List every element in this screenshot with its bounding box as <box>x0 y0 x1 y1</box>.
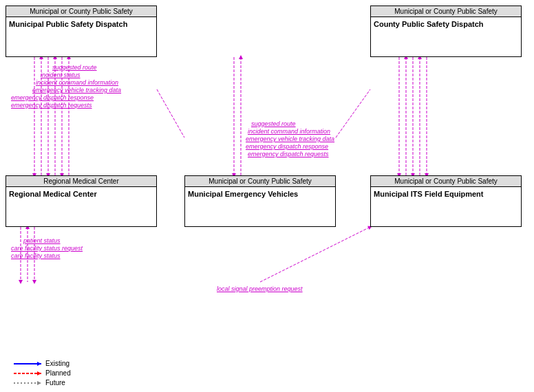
flow-label-dispatch-requests-1: emergency dispatch requests <box>11 102 92 109</box>
node-emergency-vehicles: Municipal or County Public Safety Munici… <box>184 175 336 227</box>
flow-label-dispatch-response-2: emergency dispatch response <box>246 143 328 150</box>
flow-label-incident-command-2: incident command information <box>248 128 330 135</box>
svg-line-14 <box>260 227 370 282</box>
legend-existing: Existing <box>14 360 71 367</box>
node-county-dispatch: Municipal or County Public Safety County… <box>370 6 522 57</box>
svg-line-16 <box>336 89 370 138</box>
legend-future: Future <box>14 379 71 386</box>
flow-label-suggested-route-2: suggested route <box>251 120 296 127</box>
legend-future-line <box>14 380 41 386</box>
node-emergency-vehicles-header: Municipal or County Public Safety <box>185 176 335 187</box>
flow-label-local-signal: local signal preemption request <box>217 285 303 292</box>
node-county-dispatch-title: County Public Safety Dispatch <box>371 17 521 52</box>
node-medical-center-header: Regional Medical Center <box>6 176 156 187</box>
node-county-dispatch-header: Municipal or County Public Safety <box>371 6 521 17</box>
node-medical-center-title: Regional Medical Center <box>6 187 156 221</box>
legend-existing-line <box>14 360 41 367</box>
flow-label-patient-status: patient status <box>23 237 61 244</box>
node-its-field-header: Municipal or County Public Safety <box>371 176 521 187</box>
node-municipal-dispatch-title: Municipal Public Safety Dispatch <box>6 17 156 52</box>
svg-marker-24 <box>37 381 41 385</box>
legend-planned: Planned <box>14 369 71 377</box>
flow-label-care-facility-request: care facility status request <box>11 245 83 252</box>
legend-existing-label: Existing <box>45 360 70 367</box>
node-municipal-dispatch: Municipal or County Public Safety Munici… <box>6 6 157 57</box>
node-municipal-dispatch-header: Municipal or County Public Safety <box>6 6 156 17</box>
flow-label-suggested-route-1: suggested route <box>52 64 97 71</box>
svg-marker-20 <box>37 362 41 366</box>
flow-label-ev-tracking-2: emergency vehicle tracking data <box>246 135 334 142</box>
flow-label-incident-status: incident status <box>41 72 81 78</box>
flow-label-ev-tracking-1: emergency vehicle tracking data <box>32 87 121 94</box>
legend: Existing Planned Future <box>14 360 71 386</box>
diagram-container: Municipal or County Public Safety Munici… <box>0 0 534 392</box>
flow-label-incident-command-1: incident command information <box>36 79 118 86</box>
node-emergency-vehicles-title: Municipal Emergency Vehicles <box>185 187 335 221</box>
legend-future-label: Future <box>45 379 65 386</box>
flow-label-care-facility-status: care facility status <box>11 252 61 259</box>
node-its-field-title: Municipal ITS Field Equipment <box>371 187 521 221</box>
svg-line-15 <box>157 89 184 138</box>
node-medical-center: Regional Medical Center Regional Medical… <box>6 175 157 227</box>
flow-label-dispatch-response-1: emergency dispatch response <box>11 94 94 101</box>
svg-marker-22 <box>37 371 41 375</box>
legend-planned-line <box>14 370 41 377</box>
legend-planned-label: Planned <box>45 369 71 377</box>
node-its-field: Municipal or County Public Safety Munici… <box>370 175 522 227</box>
flow-label-dispatch-requests-2: emergency dispatch requests <box>248 151 329 157</box>
